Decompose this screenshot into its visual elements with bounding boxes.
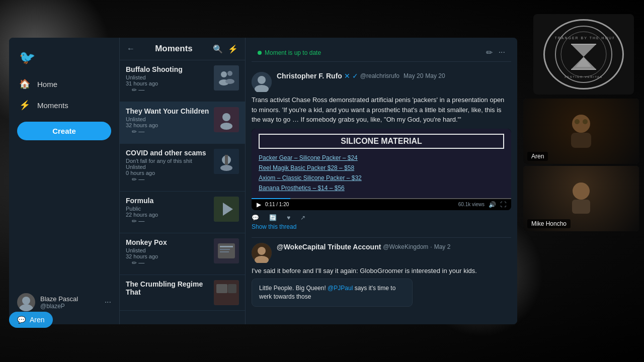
play-button[interactable]: ▶ xyxy=(257,201,261,208)
moments-title: Moments xyxy=(155,44,193,54)
video-silicone-title: SILICONE MATERIAL xyxy=(259,134,504,149)
comment-action[interactable]: 💬 xyxy=(252,214,259,221)
svg-point-39 xyxy=(572,115,590,133)
sidebar-item-home-label: Home xyxy=(37,80,57,88)
create-button[interactable]: Create xyxy=(17,122,111,140)
video-ctrl-icons: 🔊 ⛶ xyxy=(489,201,506,208)
moments-lightning-icon[interactable]: ⚡ xyxy=(228,44,238,54)
svg-point-28 xyxy=(258,247,266,255)
moment-item-monkeypox[interactable]: Monkey Pox Unlisted 32 hours ago ✏ — xyxy=(120,233,245,275)
participant-name-aren: Aren xyxy=(527,152,548,161)
avatar xyxy=(17,293,35,311)
moment-content-children: They Want Your Children Unlisted 32 hour… xyxy=(126,107,210,138)
moment-item-children[interactable]: They Want Your Children Unlisted 32 hour… xyxy=(120,102,245,144)
tweet-avatar xyxy=(252,72,272,92)
tweet-handle: @realchrisrufo xyxy=(360,72,399,79)
moment-thumb-crumbling xyxy=(214,280,239,305)
volume-icon[interactable]: 🔊 xyxy=(489,201,496,208)
edit-icon-covid[interactable]: ✏ — xyxy=(132,176,144,183)
svg-point-4 xyxy=(227,71,232,76)
share-action[interactable]: ↗ xyxy=(300,214,305,221)
svg-rect-44 xyxy=(572,200,590,214)
tweet-rufo: Christopher F. Rufo ✕ ✓ @realchrisrufo M… xyxy=(252,67,511,238)
moment-thumb-children xyxy=(214,107,239,132)
svg-rect-2 xyxy=(214,65,239,90)
retweet-action[interactable]: 🔄 xyxy=(269,214,277,221)
status-actions: ✏ ··· xyxy=(486,48,505,57)
moment-item-crumbling[interactable]: The Crumbling Regime That xyxy=(120,275,245,311)
edit-icon-monkeypox[interactable]: ✏ — xyxy=(132,259,144,266)
svg-point-13 xyxy=(220,165,232,171)
video-progress-fill xyxy=(252,198,290,199)
show-thread-link[interactable]: Show this thread xyxy=(252,223,511,230)
moment-item-covid[interactable]: COVID and other scams Don't fall for any… xyxy=(120,144,245,192)
svg-marker-37 xyxy=(576,57,591,67)
video-item-1: Packer Gear – Silicone Packer – $24 xyxy=(259,153,504,163)
sidebar-item-moments-label: Moments xyxy=(37,101,68,110)
tweet-date2: May 20 xyxy=(425,72,445,79)
svg-point-6 xyxy=(225,79,234,84)
moment-time-monkeypox: 32 hours ago xyxy=(126,253,210,259)
moment-time-covid: 0 hours ago xyxy=(126,170,210,176)
tweet2-date: · xyxy=(430,243,432,250)
moment-item-formula[interactable]: Formula Public 22 hours ago ✏ — xyxy=(120,192,245,233)
video-item-2: Reel Magik Basic Packer $28 – $58 xyxy=(259,163,504,173)
moments-header: ← Moments 🔍 ⚡ xyxy=(120,38,245,60)
moment-content-crumbling: The Crumbling Regime That xyxy=(126,280,210,297)
video-views: 60.1k views xyxy=(458,202,485,207)
moments-search-icon[interactable]: 🔍 xyxy=(213,44,223,54)
tweet-meta: Christopher F. Rufo ✕ ✓ @realchrisrufo M… xyxy=(277,72,511,80)
svg-rect-19 xyxy=(220,249,230,250)
svg-point-0 xyxy=(22,297,30,305)
tweet2-text: I've said it before and I'll say it agai… xyxy=(252,266,511,276)
more-options-icon[interactable]: ··· xyxy=(499,48,505,57)
moment-status-formula: Public xyxy=(126,206,210,212)
svg-rect-23 xyxy=(228,284,236,293)
moment-status-covid: Don't fall for any of this shit xyxy=(126,158,210,164)
tweet-text: Trans activist Chase Ross demonstrated a… xyxy=(252,95,511,125)
tweet2-meta: @WokeCapital Tribute Account @WokeKingdo… xyxy=(277,243,511,251)
svg-rect-17 xyxy=(218,243,235,258)
back-button[interactable]: ← xyxy=(127,44,135,53)
fullscreen-icon[interactable]: ⛶ xyxy=(500,201,506,208)
bottom-bar-label[interactable]: 💬 Aren xyxy=(9,312,53,328)
svg-rect-22 xyxy=(216,284,227,293)
verified-badge: ✕ ✓ xyxy=(344,72,358,80)
moment-actions-children: ✏ — xyxy=(126,128,210,138)
moment-actions-covid: ✏ — xyxy=(126,176,210,186)
svg-rect-18 xyxy=(220,246,233,247)
popup-link[interactable]: @PJPaul xyxy=(328,285,353,292)
bottom-bar-icon: 💬 xyxy=(17,316,26,324)
tweet2-author: @WokeCapital Tribute Account xyxy=(277,243,381,251)
moment-item-buffalo[interactable]: Buffalo Shooting Unlisted 31 hours ago ✏… xyxy=(120,60,245,102)
video-controls[interactable]: ▶ 0:11 / 1:20 60.1k views 🔊 ⛶ xyxy=(252,199,511,210)
user-menu-dots[interactable]: ··· xyxy=(105,298,111,307)
edit-icon-children[interactable]: ✏ — xyxy=(132,128,144,135)
tweet-date: May 20 xyxy=(404,72,423,79)
moment-time-formula: 22 hours ago xyxy=(126,212,210,218)
moment-time: 31 hours ago xyxy=(126,80,210,86)
sidebar-item-moments[interactable]: ⚡ Moments xyxy=(9,95,119,116)
like-action[interactable]: ♥ xyxy=(287,214,290,221)
moment-title-formula: Formula xyxy=(126,197,210,205)
moment-actions-formula: ✏ — xyxy=(126,218,210,228)
tweet-author: Christopher F. Rufo xyxy=(277,72,342,80)
twitter-logo: 🐦 xyxy=(9,46,119,73)
home-icon: 🏠 xyxy=(19,78,30,89)
edit-icon[interactable]: ✏ — xyxy=(132,86,144,94)
edit-icon-formula[interactable]: ✏ — xyxy=(132,218,144,225)
status-text: Moment is up to date xyxy=(265,49,321,56)
popup-text-before: Little People. Big Queen! xyxy=(259,285,326,292)
sidebar-item-home[interactable]: 🏠 Home xyxy=(9,73,119,95)
logo-circle: STRANGER BY THE HOUR FESTIGO VERITAS xyxy=(533,14,634,95)
video-chat-area: STRANGER BY THE HOUR FESTIGO VERITAS Are… xyxy=(523,14,644,233)
svg-point-43 xyxy=(573,183,590,200)
svg-text:FESTIGO VERITAS: FESTIGO VERITAS xyxy=(565,75,603,78)
status-indicator: Moment is up to date xyxy=(258,49,321,56)
svg-point-8 xyxy=(222,113,230,121)
tweet2-header: @WokeCapital Tribute Account @WokeKingdo… xyxy=(252,243,511,263)
main-content: Moment is up to date ✏ ··· Ch xyxy=(246,38,517,324)
edit-moment-icon[interactable]: ✏ xyxy=(486,48,493,57)
moments-icon: ⚡ xyxy=(19,100,30,111)
moment-content-formula: Formula Public 22 hours ago ✏ — xyxy=(126,197,210,228)
